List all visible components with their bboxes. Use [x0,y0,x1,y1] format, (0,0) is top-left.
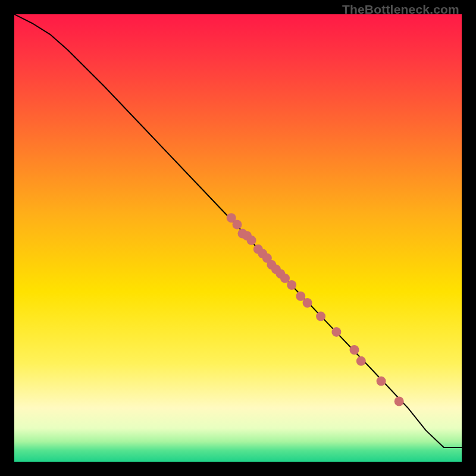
data-point [394,397,404,406]
data-point [247,236,256,245]
data-point [377,377,386,386]
data-point [356,356,366,366]
data-point [287,280,296,290]
curve-line [14,14,462,447]
data-point [303,298,312,308]
data-point [233,220,242,229]
data-point [350,345,359,355]
chart-overlay [14,14,462,462]
data-point [331,327,341,337]
data-point [316,312,325,321]
